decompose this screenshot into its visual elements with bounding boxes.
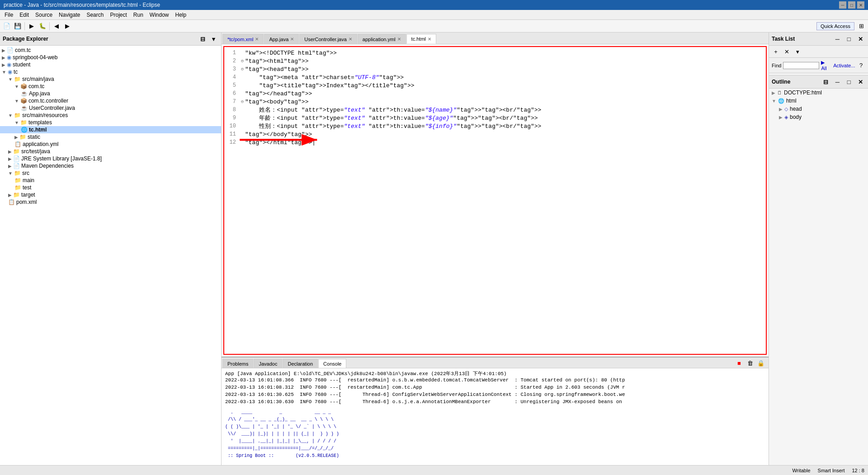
outline-item[interactable]: ▶ 🗒DOCTYPE:html bbox=[769, 89, 868, 97]
tree-item[interactable]: ▼📦com.tc bbox=[0, 83, 221, 90]
collapse-all-button[interactable]: ⊟ bbox=[198, 34, 208, 44]
line-marker[interactable]: ⊖ bbox=[240, 66, 245, 72]
tree-item[interactable]: ▶📁target bbox=[0, 191, 221, 198]
outline-item[interactable]: ▼ 🌐html bbox=[769, 97, 868, 105]
tree-item[interactable]: ▶📁static bbox=[0, 133, 221, 141]
editor-tab-usercontroller[interactable]: UserController.java✕ bbox=[299, 34, 357, 44]
menu-item-edit[interactable]: Edit bbox=[17, 11, 32, 19]
outline-item[interactable]: ▶ ◇head bbox=[769, 105, 868, 113]
task-list-title: Task List bbox=[772, 36, 795, 42]
task-list-header: Task List ─ □ ✕ bbox=[769, 33, 868, 46]
tree-item[interactable]: ▶📄com.tc bbox=[0, 47, 221, 54]
tree-item[interactable]: ▶◉student bbox=[0, 61, 221, 68]
outline-close[interactable]: ✕ bbox=[855, 77, 865, 87]
tree-item[interactable]: ▶📁src/test/java bbox=[0, 148, 221, 155]
tree-item[interactable]: ▼📁src bbox=[0, 169, 221, 177]
toolbar-perspective-button[interactable]: ⊞ bbox=[856, 21, 866, 31]
bottom-tabs: ProblemsJavadocDeclarationConsole ■ 🗑 🔒 bbox=[222, 357, 769, 368]
tree-item-label: App.java bbox=[29, 90, 50, 97]
task-list-help-button[interactable]: ? bbox=[857, 61, 865, 71]
tree-item[interactable]: ☕App.java bbox=[0, 90, 221, 97]
code-editor[interactable]: 1"kw"><!DOCTYPE html"tag">>2⊖"tag"><html… bbox=[224, 47, 766, 354]
minimize-button[interactable]: ─ bbox=[839, 1, 846, 9]
menu-item-search[interactable]: Search bbox=[84, 11, 106, 19]
tab-close-button[interactable]: ✕ bbox=[397, 37, 401, 42]
code-line: 9 年龄：<input "attr">type="text" "attr">th… bbox=[224, 114, 766, 122]
bottom-tab-console[interactable]: Console bbox=[318, 359, 346, 368]
task-list-maximize[interactable]: □ bbox=[844, 34, 854, 44]
bottom-tab-declaration[interactable]: Declaration bbox=[283, 359, 318, 368]
package-explorer-title: Package Explorer bbox=[3, 36, 48, 42]
tree-item[interactable]: ▼📁src/main/java bbox=[0, 75, 221, 83]
tree-item[interactable]: 📁test bbox=[0, 184, 221, 191]
bottom-panel: ProblemsJavadocDeclarationConsole ■ 🗑 🔒 … bbox=[222, 357, 769, 465]
menu-item-file[interactable]: File bbox=[2, 11, 16, 19]
menu-item-run[interactable]: Run bbox=[131, 11, 146, 19]
expanded-arrow-icon: ▼ bbox=[14, 84, 19, 89]
outline-maximize[interactable]: □ bbox=[844, 77, 854, 87]
close-button[interactable]: ✕ bbox=[857, 1, 864, 9]
find-input[interactable] bbox=[783, 62, 819, 69]
activate-label[interactable]: Activate... bbox=[833, 63, 855, 68]
toolbar-left: 📄 💾 ▶ 🐛 ◀ ▶ bbox=[2, 21, 72, 31]
tree-item[interactable]: 📋application.yml bbox=[0, 141, 221, 148]
project-icon: ◉ bbox=[7, 61, 11, 68]
outline-collapse-button[interactable]: ⊟ bbox=[821, 77, 831, 87]
tree-item[interactable]: ▶◉springboot-04-web bbox=[0, 54, 221, 61]
tab-close-button[interactable]: ✕ bbox=[290, 37, 294, 42]
tab-close-button[interactable]: ✕ bbox=[428, 37, 431, 42]
toolbar-save-button[interactable]: 💾 bbox=[13, 21, 23, 31]
tab-close-button[interactable]: ✕ bbox=[255, 37, 259, 42]
tree-item[interactable]: ▼◉tc bbox=[0, 68, 221, 75]
toolbar-back-button[interactable]: ◀ bbox=[52, 21, 61, 31]
menu-item-source[interactable]: Source bbox=[33, 11, 55, 19]
tree-item[interactable]: 🌐tc.html bbox=[0, 126, 221, 133]
editor-tab-app[interactable]: App.java✕ bbox=[264, 34, 299, 44]
console-clear-button[interactable]: 🗑 bbox=[745, 358, 755, 368]
tree-item[interactable]: ▼📁src/main/resources bbox=[0, 112, 221, 119]
find-all-label[interactable]: ▶ All bbox=[821, 60, 830, 71]
menu-item-project[interactable]: Project bbox=[107, 11, 129, 19]
toolbar-new-button[interactable]: 📄 bbox=[2, 21, 12, 31]
tree-item[interactable]: 📁main bbox=[0, 177, 221, 184]
task-list-minimize[interactable]: ─ bbox=[832, 34, 842, 44]
bottom-tab-javadoc[interactable]: Javadoc bbox=[254, 359, 282, 368]
toolbar-debug-button[interactable]: 🐛 bbox=[38, 21, 47, 31]
tab-label: App.java bbox=[269, 37, 288, 42]
line-marker[interactable]: ⊖ bbox=[240, 99, 245, 104]
console-stop-button[interactable]: ■ bbox=[734, 358, 744, 368]
toolbar-forward-button[interactable]: ▶ bbox=[62, 21, 72, 31]
task-filter-button[interactable]: ▾ bbox=[793, 47, 802, 56]
tree-item[interactable]: ▼📁templates bbox=[0, 119, 221, 126]
writable-status: Writable bbox=[792, 468, 810, 473]
task-list-icons: ─ □ ✕ bbox=[832, 34, 865, 44]
expanded-arrow-icon: ▼ bbox=[14, 99, 19, 103]
tab-close-button[interactable]: ✕ bbox=[349, 37, 352, 42]
outline-minimize[interactable]: ─ bbox=[832, 77, 842, 87]
menu-item-help[interactable]: Help bbox=[173, 11, 189, 19]
pkg-menu-button[interactable]: ▾ bbox=[208, 34, 218, 44]
tree-item[interactable]: ▼📦com.tc.controller bbox=[0, 97, 221, 104]
toolbar-run-button[interactable]: ▶ bbox=[27, 21, 37, 31]
bottom-tab-problems[interactable]: Problems bbox=[222, 359, 253, 368]
tree-item[interactable]: 📋pom.xml bbox=[0, 198, 221, 206]
editor-tab-application[interactable]: application.yml✕ bbox=[358, 34, 406, 44]
editor-tab-pom[interactable]: *tc/pom.xml✕ bbox=[222, 34, 264, 44]
tree-item[interactable]: ▶📄Maven Dependencies bbox=[0, 162, 221, 169]
quick-access-button[interactable]: Quick Access bbox=[816, 22, 854, 30]
tree-item[interactable]: ▶📄JRE System Library [JavaSE-1.8] bbox=[0, 155, 221, 162]
menu-item-navigate[interactable]: Navigate bbox=[56, 11, 83, 19]
tree-item[interactable]: ☕UserController.java bbox=[0, 104, 221, 112]
menu-item-window[interactable]: Window bbox=[147, 11, 172, 19]
console-area[interactable]: App [Java Application] E:\old\TC_DEV\JDK… bbox=[222, 368, 769, 465]
task-delete-button[interactable]: ✕ bbox=[782, 47, 792, 56]
line-marker[interactable]: ⊖ bbox=[240, 58, 245, 64]
task-new-button[interactable]: + bbox=[771, 47, 781, 56]
code-line: 6"tag"></head"tag">> bbox=[224, 89, 766, 98]
console-scroll-lock-button[interactable]: 🔒 bbox=[756, 358, 766, 368]
task-list-close[interactable]: ✕ bbox=[855, 34, 865, 44]
outline-item[interactable]: ▶ ◈body bbox=[769, 113, 868, 121]
maximize-button[interactable]: □ bbox=[848, 1, 855, 9]
code-line: 7⊖"tag"><body"tag">> bbox=[224, 98, 766, 106]
editor-tab-tchtml[interactable]: tc.html✕ bbox=[406, 34, 436, 44]
